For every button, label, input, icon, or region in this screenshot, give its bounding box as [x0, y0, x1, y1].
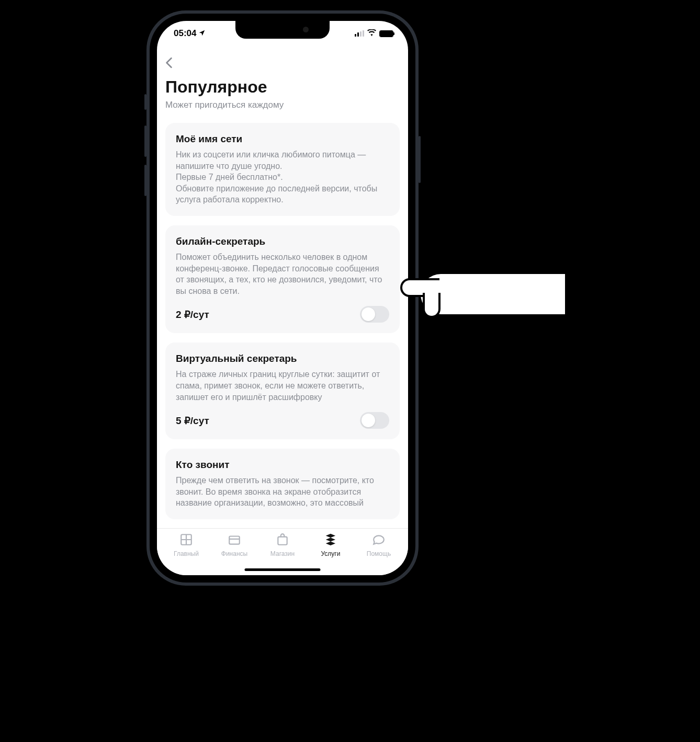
card-title: Моё имя сети — [176, 133, 389, 145]
power-button — [419, 136, 421, 183]
phone-notch — [235, 21, 330, 39]
card-price: 5 ₽/сут — [176, 415, 209, 427]
service-card[interactable]: Кто звонитПрежде чем ответить на звонок … — [165, 449, 400, 519]
card-description: Поможет объединить несколько человек в о… — [176, 252, 389, 296]
back-button[interactable] — [165, 52, 186, 73]
phone-mockup: 05:04 — [146, 10, 419, 586]
card-title: Виртуальный секретарь — [176, 353, 389, 364]
service-toggle[interactable] — [360, 412, 389, 429]
pointing-hand-illustration — [398, 261, 565, 324]
card-description: Ник из соцсети или кличка любимого питом… — [176, 149, 389, 206]
tab-label: Главный — [174, 550, 199, 557]
svg-rect-3 — [229, 536, 240, 544]
service-card[interactable]: Моё имя сетиНик из соцсети или кличка лю… — [165, 123, 400, 216]
tab-label: Финансы — [221, 550, 247, 557]
location-arrow-icon — [198, 29, 206, 38]
card-title: Кто звонит — [176, 459, 389, 471]
signal-icon — [355, 30, 364, 37]
card-description: На страже личных границ круглые сутки: з… — [176, 369, 389, 403]
content-area: Популярное Может пригодиться каждому Моё… — [157, 46, 408, 528]
card-footer: 5 ₽/сут — [176, 412, 389, 429]
services-icon — [324, 533, 337, 549]
help-icon — [372, 533, 386, 549]
tab-главный[interactable]: Главный — [165, 533, 207, 575]
home-indicator[interactable] — [245, 568, 321, 571]
tab-помощь[interactable]: Помощь — [358, 533, 400, 575]
page-title: Популярное — [165, 77, 400, 97]
status-time: 05:04 — [174, 28, 196, 39]
tab-label: Магазин — [270, 550, 295, 557]
card-footer: 2 ₽/сут — [176, 306, 389, 323]
service-card[interactable]: Виртуальный секретарьНа страже личных гр… — [165, 343, 400, 439]
page-subtitle: Может пригодиться каждому — [165, 100, 400, 110]
home-icon — [179, 533, 193, 549]
service-toggle[interactable] — [360, 306, 389, 323]
wifi-icon — [367, 28, 376, 39]
tab-label: Помощь — [367, 550, 391, 557]
card-description: Прежде чем ответить на звонок — посмотри… — [176, 475, 389, 509]
battery-icon — [379, 30, 393, 37]
wallet-icon — [228, 533, 241, 549]
shop-icon — [276, 533, 289, 549]
svg-rect-5 — [278, 537, 287, 545]
card-price: 2 ₽/сут — [176, 309, 209, 321]
tab-label: Услуги — [321, 550, 341, 557]
service-card[interactable]: билайн-секретарьПоможет объединить неско… — [165, 225, 400, 333]
card-title: билайн-секретарь — [176, 236, 389, 247]
